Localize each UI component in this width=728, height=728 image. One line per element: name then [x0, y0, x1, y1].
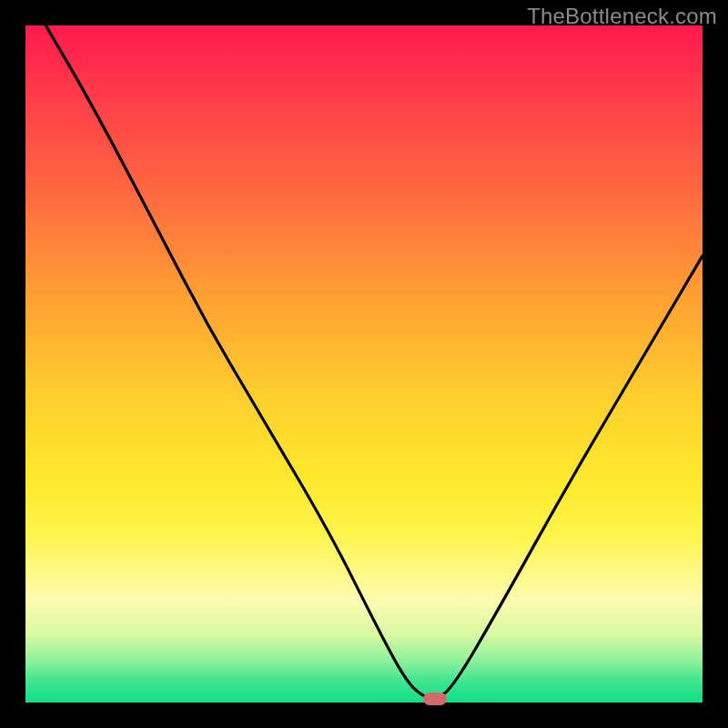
plot-area	[25, 25, 703, 703]
chart-frame: TheBottleneck.com	[0, 0, 728, 728]
bottleneck-curve	[25, 25, 703, 703]
optimum-marker	[423, 693, 447, 705]
curve-path	[46, 25, 703, 698]
watermark-label: TheBottleneck.com	[527, 4, 717, 29]
